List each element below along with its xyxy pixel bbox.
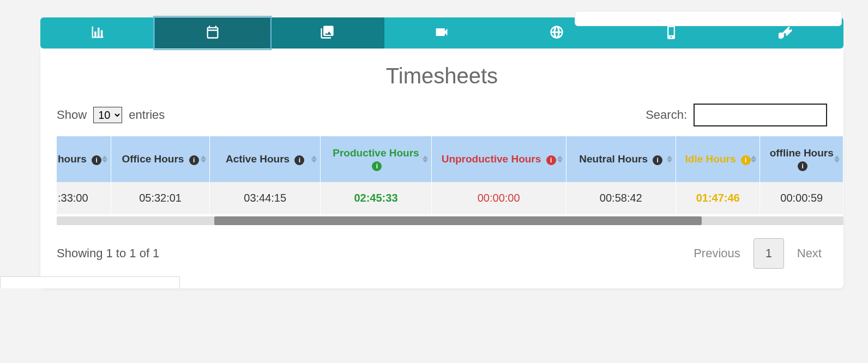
previous-button[interactable]: Previous [694,246,740,261]
gallery-icon [320,25,335,42]
scrollbar-thumb[interactable] [214,216,702,225]
column-label: Unproductive Hours [442,153,541,165]
table-cell: :33:00 [57,182,111,214]
table-header-row: hours iOffice Hours iActive Hours iProdu… [57,136,843,182]
sort-icon[interactable] [311,156,317,163]
info-icon[interactable]: i [372,161,382,171]
tab-timesheets[interactable] [155,17,269,49]
search-label: Search: [646,108,687,122]
column-header[interactable]: Productive Hours i [321,136,431,182]
length-select[interactable]: 10 [93,107,122,123]
sort-icon[interactable] [423,156,428,163]
tab-screenshots[interactable] [270,17,384,49]
calendar-icon [205,25,220,42]
pager: Previous 1 Next [694,238,822,269]
table-cell: 03:44:15 [210,182,321,214]
key-icon [779,25,794,42]
info-icon[interactable]: i [653,155,662,165]
column-header[interactable]: Neutral Hours i [566,136,676,182]
showing-text: Showing 1 to 1 of 1 [57,246,159,261]
table-cell: 01:47:46 [676,182,760,214]
timesheets-table: hours iOffice Hours iActive Hours iProdu… [57,136,843,214]
bar-chart-icon [90,25,105,42]
info-icon[interactable]: i [189,155,199,165]
table-cell: 00:58:42 [566,182,676,214]
table-row: :33:0005:32:0103:44:1502:45:3300:00:0000… [57,182,843,214]
page-title: Timesheets [40,64,843,88]
info-icon[interactable]: i [546,155,556,165]
info-icon[interactable]: i [92,155,101,165]
column-header[interactable]: Idle Hours i [676,136,760,182]
table-cell: 02:45:33 [321,182,431,214]
column-label: Active Hours [226,153,290,165]
sort-icon[interactable] [102,156,107,163]
header-search-ghost [575,11,842,26]
status-bar-ghost [0,276,180,288]
search-input[interactable] [694,104,827,126]
column-label: Office Hours [122,153,184,165]
info-icon[interactable]: i [294,155,304,165]
tab-video[interactable] [384,17,499,49]
show-label-pre: Show [57,108,87,122]
sort-icon[interactable] [834,156,840,163]
globe-icon [549,25,564,42]
tab-dashboard[interactable] [40,17,155,49]
timesheets-card: Timesheets Show 10 entries Search: hours… [40,49,843,288]
horizontal-scrollbar[interactable] [57,216,843,225]
sort-icon[interactable] [201,156,206,163]
column-label: offline Hours [770,147,834,159]
table-body: :33:0005:32:0103:44:1502:45:3300:00:0000… [57,182,843,214]
show-label-post: entries [129,108,165,122]
length-control: Show 10 entries [57,107,165,123]
sort-icon[interactable] [557,156,563,163]
mobile-icon [664,25,679,42]
info-icon[interactable]: i [798,161,807,171]
column-header[interactable]: Office Hours i [111,136,210,182]
table-cell: 05:32:01 [111,182,210,214]
column-header[interactable]: Unproductive Hours i [431,136,566,182]
table-controls: Show 10 entries Search: [40,104,843,136]
column-label: Neutral Hours [579,153,648,165]
sort-icon[interactable] [751,156,756,163]
column-header[interactable]: Active Hours i [210,136,321,182]
table-wrapper: hours iOffice Hours iActive Hours iProdu… [57,136,843,214]
column-label: hours [58,153,87,165]
search-control: Search: [646,104,827,126]
video-icon [434,25,449,42]
column-label: Productive Hours [333,147,419,159]
column-header[interactable]: hours i [57,136,111,182]
next-button[interactable]: Next [797,246,822,261]
column-label: Idle Hours [685,153,736,165]
info-icon[interactable]: i [741,155,751,165]
table-cell: 00:00:00 [431,182,566,214]
page-number-button[interactable]: 1 [754,238,784,269]
sort-icon[interactable] [667,156,672,163]
table-cell: 00:00:59 [760,182,843,214]
table-footer: Showing 1 to 1 of 1 Previous 1 Next [40,225,843,269]
column-header[interactable]: offline Hours i [760,136,843,182]
